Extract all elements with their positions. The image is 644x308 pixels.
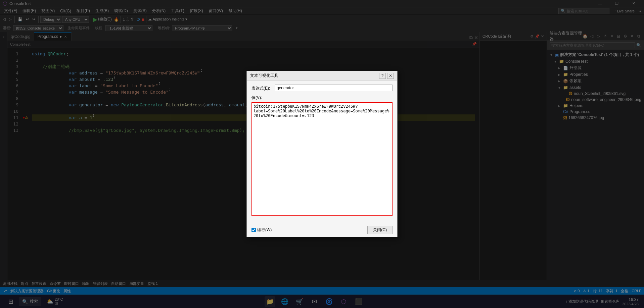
- text-visualizer-modal: 文本可视化工具 ? ✕ 表达式(E): 值(V): bitcoin:175tWp…: [246, 71, 398, 237]
- expression-input[interactable]: [275, 85, 393, 91]
- modal-checkbox-row: 续行(W): [251, 227, 272, 233]
- expression-label: 表达式(E):: [251, 85, 272, 91]
- wrap-checkbox[interactable]: [251, 228, 256, 232]
- modal-title-bar: 文本可视化工具 ? ✕: [247, 71, 397, 81]
- modal-help-btn[interactable]: ?: [379, 73, 386, 79]
- modal-value-row: 值(V): bitcoin:175tWpb8K1S7NmH4Zx6rewF9WQ…: [251, 94, 393, 216]
- value-label: 值(V):: [251, 94, 272, 101]
- value-textarea[interactable]: bitcoin:175tWpb8K1S7NmH4Zx6rewF9WQrcZv24…: [251, 102, 393, 216]
- modal-footer: 续行(W) 关闭(C): [247, 223, 397, 237]
- modal-close-button[interactable]: 关闭(C): [367, 226, 393, 234]
- modal-expression-row: 表达式(E):: [251, 85, 393, 91]
- modal-body: 表达式(E): 值(V): bitcoin:175tWpb8K1S7NmH4Zx…: [247, 81, 397, 223]
- modal-title: 文本可视化工具: [250, 73, 278, 79]
- modal-title-controls: ? ✕: [379, 73, 394, 79]
- modal-overlay: 文本可视化工具 ? ✕ 表达式(E): 值(V): bitcoin:175tWp…: [0, 0, 644, 308]
- wrap-label: 续行(W): [257, 227, 272, 233]
- modal-close-x-btn[interactable]: ✕: [387, 73, 394, 79]
